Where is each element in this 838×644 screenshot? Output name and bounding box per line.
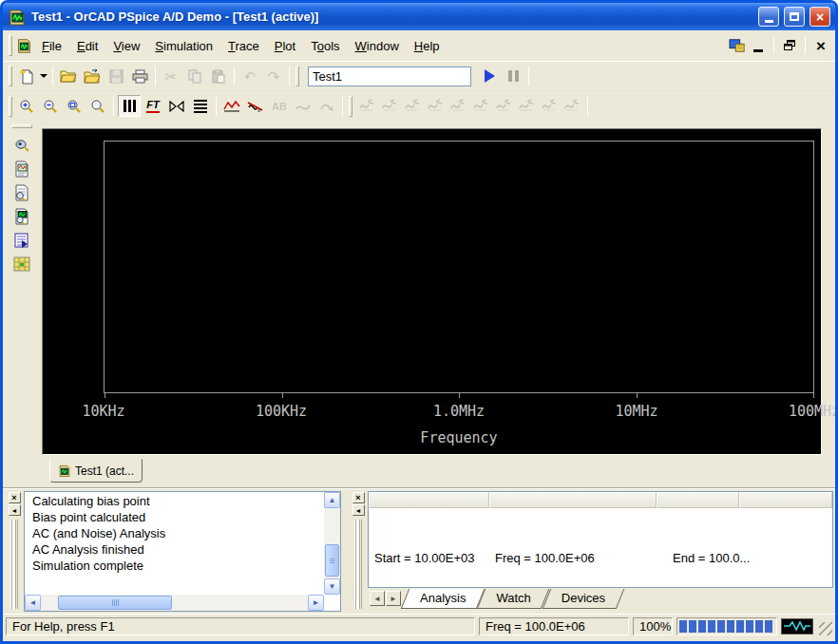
header-cell[interactable] <box>369 492 489 508</box>
resize-grip[interactable] <box>819 622 832 635</box>
toolbar-grip[interactable] <box>295 66 299 86</box>
cursor-peak-button[interactable] <box>378 95 401 117</box>
scroll-right-button[interactable]: ► <box>308 595 324 611</box>
paste-button[interactable] <box>207 66 230 87</box>
toggle-cursor-button[interactable] <box>355 95 378 117</box>
scroll-track[interactable] <box>41 595 308 611</box>
tab-scroll-left-button[interactable]: ◄ <box>370 591 385 606</box>
document-icon[interactable] <box>16 38 32 54</box>
document-tab[interactable]: Test1 (act... <box>49 459 143 483</box>
mdi-minimize-button[interactable] <box>748 37 769 55</box>
eval-goal-function-button[interactable]: x <box>244 95 267 117</box>
log-line[interactable]: AC (and Noise) Analysis <box>25 525 323 541</box>
menu-simulation[interactable]: Simulation <box>147 36 220 56</box>
scroll-down-button[interactable]: ▼ <box>324 578 340 595</box>
schematic-icon[interactable] <box>729 38 746 53</box>
menu-view[interactable]: View <box>105 36 147 56</box>
simulation-profile-input[interactable] <box>308 66 471 86</box>
output-log-list[interactable]: Calculating bias pointBias point calcula… <box>24 491 341 612</box>
undo-button[interactable]: ↶ <box>238 66 261 87</box>
vertical-scrollbar[interactable]: ▲ ▼ <box>324 492 340 595</box>
minimize-button[interactable] <box>758 7 779 27</box>
status-dock-grip[interactable] <box>354 520 362 609</box>
cursor-trough-button[interactable] <box>401 95 424 117</box>
side-toolbar-grip[interactable] <box>11 124 32 128</box>
mdi-close-button[interactable]: × <box>810 37 831 55</box>
circuit-file-button[interactable] <box>10 158 34 180</box>
scroll-up-button[interactable]: ▲ <box>324 492 340 508</box>
tab-devices[interactable]: Devices <box>546 589 620 609</box>
cursor-point-button[interactable] <box>492 95 515 117</box>
cursor-slope-button[interactable] <box>424 95 447 117</box>
cut-button[interactable]: ✂ <box>160 66 182 87</box>
toolbar-grip[interactable] <box>9 66 12 86</box>
menu-plot[interactable]: Plot <box>267 36 303 56</box>
scroll-thumb[interactable] <box>58 596 172 610</box>
menu-file[interactable]: File <box>34 36 69 56</box>
text-label-button[interactable]: AB <box>268 95 291 117</box>
toolbar-grip[interactable] <box>9 96 12 117</box>
performance-analysis-button[interactable] <box>165 95 188 117</box>
zoom-out-button[interactable] <box>39 95 62 117</box>
plot-area[interactable]: 10KHz100KHz1.0MHz10MHz100MHz Frequency <box>42 128 822 455</box>
close-button[interactable]: × <box>809 7 830 27</box>
cursor-min-button[interactable] <box>447 95 469 117</box>
output-dock-grip[interactable] <box>10 520 18 609</box>
horizontal-scrollbar[interactable]: ◄ ► <box>25 595 324 611</box>
output-file-button[interactable] <box>10 181 34 204</box>
analysis-table[interactable]: Start = 10.00E+03 Freq = 100.0E+06 End =… <box>368 491 833 588</box>
header-cell[interactable] <box>489 492 657 508</box>
simulation-results-button[interactable] <box>10 205 34 228</box>
menu-window[interactable]: Window <box>348 36 407 56</box>
scroll-left-button[interactable]: ◄ <box>25 595 41 611</box>
tab-watch[interactable]: Watch <box>481 589 545 609</box>
line-button[interactable] <box>292 95 314 117</box>
log-line[interactable]: Calculating bias point <box>25 493 323 509</box>
log-line[interactable]: AC Analysis finished <box>25 541 323 558</box>
copy-button[interactable] <box>183 66 206 87</box>
menu-help[interactable]: Help <box>407 36 448 56</box>
fourier-button[interactable]: FT <box>142 95 164 117</box>
open-simulation-button[interactable] <box>81 66 104 87</box>
scroll-track[interactable] <box>324 508 340 578</box>
alternate-display-button[interactable] <box>189 95 212 117</box>
cursor-next-button[interactable] <box>538 95 561 117</box>
status-collapse-button[interactable]: ◄ <box>352 504 365 516</box>
maximize-button[interactable] <box>784 7 805 27</box>
new-simulation-button[interactable] <box>15 66 38 87</box>
print-button[interactable] <box>128 66 151 87</box>
menu-trace[interactable]: Trace <box>220 36 267 56</box>
cursor-search-button[interactable] <box>515 95 538 117</box>
new-dropdown-button[interactable] <box>39 66 48 87</box>
output-close-button[interactable]: × <box>9 492 21 503</box>
zoom-fit-button[interactable] <box>86 95 109 117</box>
cursor-max-button[interactable] <box>469 95 492 117</box>
simulation-queue-button[interactable] <box>10 229 34 252</box>
menubar-grip[interactable] <box>9 35 12 56</box>
mark-data-points-button[interactable] <box>220 95 243 117</box>
zoom-area-button[interactable] <box>63 95 86 117</box>
log-line[interactable]: Bias point calculated <box>25 509 323 525</box>
header-cell[interactable] <box>657 492 740 508</box>
log-line[interactable]: Simulation complete <box>25 558 323 574</box>
menu-edit[interactable]: Edit <box>69 36 105 56</box>
mdi-restore-button[interactable] <box>779 37 800 55</box>
run-button[interactable] <box>478 66 501 87</box>
dock-splitter[interactable] <box>341 491 349 612</box>
redo-button[interactable]: ↷ <box>262 66 285 87</box>
output-collapse-button[interactable]: ◄ <box>9 504 21 516</box>
save-button[interactable] <box>105 66 127 87</box>
menu-tools[interactable]: Tools <box>303 36 347 56</box>
tab-analysis[interactable]: Analysis <box>405 589 481 609</box>
scroll-thumb[interactable] <box>325 544 339 577</box>
open-button[interactable] <box>57 66 80 87</box>
log-x-axis-button[interactable] <box>118 95 141 117</box>
toolbar-grip[interactable] <box>349 96 352 117</box>
tab-scroll-right-button[interactable]: ► <box>386 591 401 606</box>
mark-voltage-button[interactable] <box>315 95 338 117</box>
mark-label-xy-button[interactable] <box>561 95 583 117</box>
status-close-button[interactable]: × <box>352 492 365 503</box>
zoom-in-button[interactable] <box>15 95 38 117</box>
pause-button[interactable] <box>502 66 524 87</box>
header-cell[interactable] <box>739 492 832 508</box>
